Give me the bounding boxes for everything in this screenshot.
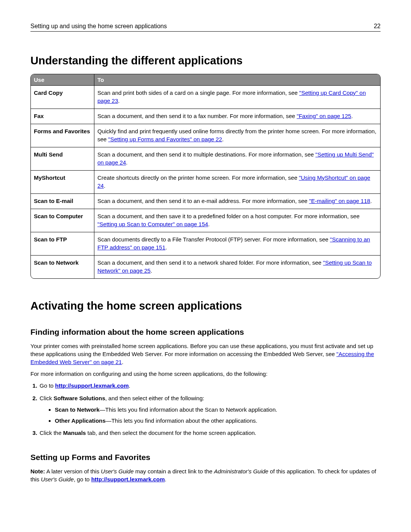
app-name: Forms and Favorites [31,124,94,147]
app-name: Fax [31,109,94,124]
app-desc: Scan a document, and then send it to mul… [94,147,380,171]
app-name: Scan to Computer [31,209,94,232]
table-row: Scan to E-mail Scan a document, and then… [31,194,380,209]
app-desc: Create shortcuts directly on the printer… [94,171,380,194]
col-use: Use [31,74,94,86]
bullet-other-applications: Other Applications—This lets you find in… [55,417,381,425]
table-row: Multi Send Scan a document, and then sen… [31,147,380,171]
app-desc: Scan a document, and then send it to a n… [94,256,380,278]
subheading-setting-up-forms: Setting up Forms and Favorites [30,453,381,462]
paragraph: For more information on configuring and … [30,370,381,378]
app-name: Scan to FTP [31,232,94,256]
table-row: Forms and Favorites Quickly find and pri… [31,124,380,147]
app-name: Card Copy [31,86,94,109]
paragraph: Your printer comes with preinstalled hom… [30,342,381,366]
app-desc: Scan documents directly to a File Transf… [94,232,380,256]
heading-understanding: Understanding the different applications [30,54,381,67]
note-paragraph: Note: A later version of this User's Gui… [30,467,381,483]
running-header: Setting up and using the home screen app… [30,23,381,32]
subheading-finding-info: Finding information about the home scree… [30,328,381,337]
step-3: Click the Manuals tab, and then select t… [39,429,381,438]
page: Setting up and using the home screen app… [0,0,411,532]
step-1: Go to http://support.lexmark.com. [39,382,381,390]
app-name: Scan to Network [31,256,94,278]
link-support-lexmark[interactable]: http://support.lexmark.com [55,382,129,389]
table-row: Card Copy Scan and print both sides of a… [31,86,380,109]
link-scan-computer[interactable]: "Setting up Scan to Computer" on page 15… [97,221,208,227]
link-forms-favorites[interactable]: "Setting up Forms and Favorites" on page… [108,136,222,142]
app-desc: Scan a document, and then send it to an … [94,194,380,209]
bold-software-solutions: Software Solutions [54,395,105,401]
bullet-scan-to-network: Scan to Network—This lets you find infor… [55,406,381,414]
bullet-list: Scan to Network—This lets you find infor… [40,406,381,425]
heading-activating: Activating the home screen applications [30,300,381,312]
steps-list: Go to http://support.lexmark.com. Click … [30,382,381,438]
page-number: 22 [374,23,381,30]
link-faxing[interactable]: "Faxing" on page 125 [297,113,351,119]
applications-table: Use To Card Copy Scan and print both sid… [30,74,381,279]
app-desc: Scan a document, and then save it to a p… [94,209,380,232]
link-support-lexmark-2[interactable]: http://support.lexmark.com [91,476,165,482]
app-name: Scan to E-mail [31,194,94,209]
bold-manuals: Manuals [63,430,86,436]
app-desc: Quickly find and print frequently used o… [94,124,380,147]
table-row: Fax Scan a document, and then send it to… [31,109,380,124]
table-row: Scan to FTP Scan documents directly to a… [31,232,380,256]
step-2: Click Software Solutions, and then selec… [39,394,381,425]
app-name: Multi Send [31,147,94,171]
note-label: Note: [30,468,45,474]
header-title: Setting up and using the home screen app… [30,23,167,30]
app-desc: Scan and print both sides of a card on a… [94,86,380,109]
col-to: To [94,74,380,86]
link-emailing[interactable]: "E-mailing" on page 118 [309,198,370,204]
app-name: MyShortcut [31,171,94,194]
table-row: MyShortcut Create shortcuts directly on … [31,171,380,194]
table-header-row: Use To [31,74,380,86]
app-desc: Scan a document, and then send it to a f… [94,109,380,124]
table-row: Scan to Computer Scan a document, and th… [31,209,380,232]
table-row: Scan to Network Scan a document, and the… [31,256,380,278]
